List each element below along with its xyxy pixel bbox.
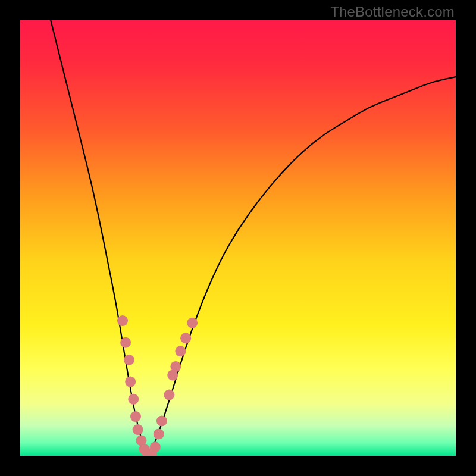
plot-area	[20, 20, 456, 456]
marker-point	[117, 315, 128, 326]
marker-point	[128, 394, 139, 405]
marker-point	[130, 411, 141, 422]
chart-frame: TheBottleneck.com	[0, 0, 476, 476]
gradient-background	[20, 20, 456, 456]
marker-point	[150, 441, 161, 452]
marker-point	[133, 424, 143, 435]
marker-point	[164, 390, 174, 400]
marker-point	[124, 355, 134, 365]
marker-point	[154, 428, 164, 439]
marker-point	[156, 415, 167, 426]
marker-point	[125, 377, 136, 387]
marker-point	[180, 333, 191, 343]
marker-point	[175, 346, 186, 356]
marker-point	[187, 318, 198, 328]
marker-point	[120, 337, 131, 348]
chart-svg	[20, 20, 456, 456]
marker-point	[170, 361, 181, 372]
watermark-text: TheBottleneck.com	[330, 4, 455, 20]
